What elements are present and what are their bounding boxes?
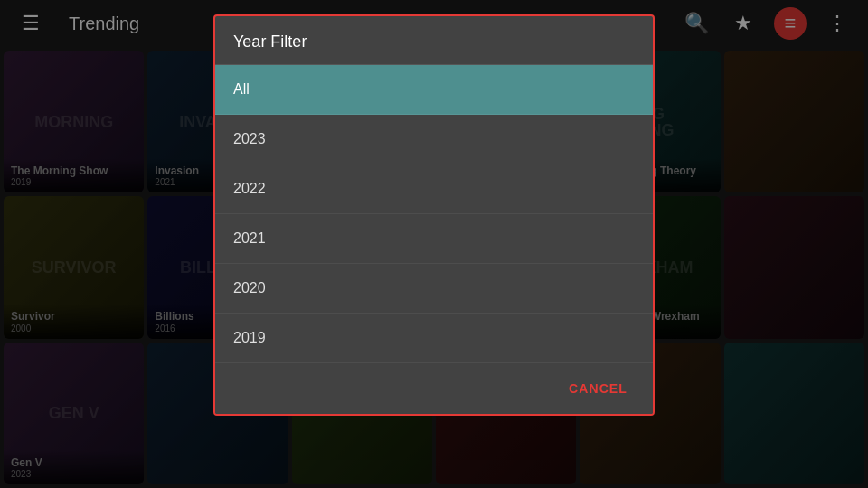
year-option-2022[interactable]: 2022: [215, 164, 653, 214]
year-option-2023[interactable]: 2023: [215, 115, 653, 164]
cancel-button[interactable]: CANCEL: [561, 376, 635, 401]
year-option-2020[interactable]: 2020: [215, 264, 653, 314]
year-filter-modal: Year Filter All20232022202120202019 CANC…: [213, 14, 655, 416]
modal-overlay: Year Filter All20232022202120202019 CANC…: [0, 0, 868, 488]
year-option-2021[interactable]: 2021: [215, 214, 653, 264]
modal-title: Year Filter: [233, 33, 307, 51]
year-options-list: All20232022202120202019: [215, 65, 653, 363]
year-option-2019[interactable]: 2019: [215, 314, 653, 363]
modal-header: Year Filter: [215, 16, 653, 65]
year-option-all[interactable]: All: [215, 65, 653, 115]
modal-footer: CANCEL: [215, 363, 653, 414]
